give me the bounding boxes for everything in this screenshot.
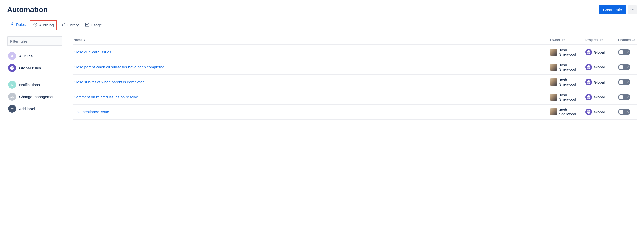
sidebar-item-label: Change management bbox=[19, 95, 55, 99]
sort-icon: ▲▼ bbox=[561, 38, 565, 41]
enabled-toggle[interactable]: ✕ bbox=[618, 79, 630, 85]
tab-label: Library bbox=[67, 23, 79, 27]
project-cell: Global bbox=[585, 109, 618, 115]
table-row: Comment on related issues on resolve Jos… bbox=[73, 90, 637, 105]
owner-name: JoshSherwood bbox=[559, 63, 576, 72]
svg-rect-4 bbox=[63, 24, 65, 26]
owner-cell: JoshSherwood bbox=[550, 78, 585, 87]
svg-point-3 bbox=[34, 23, 37, 26]
sidebar: All rulesGlobal rulesNNotificationsCMCha… bbox=[7, 36, 62, 120]
project-name: Global bbox=[594, 110, 605, 114]
table-row: Close duplicate issues JoshSherwood Glob… bbox=[73, 45, 637, 60]
rule-link[interactable]: Close duplicate issues bbox=[74, 50, 111, 54]
content: All rulesGlobal rulesNNotificationsCMCha… bbox=[7, 36, 637, 120]
enabled-toggle[interactable]: ✕ bbox=[618, 109, 630, 115]
tab-label: Audit log bbox=[39, 23, 54, 27]
project-name: Global bbox=[594, 80, 605, 84]
logo-icon bbox=[8, 52, 16, 60]
tab-bar: RulesAudit logLibraryUsage bbox=[7, 19, 637, 30]
rule-link[interactable]: Close sub-tasks when parent is completed bbox=[74, 80, 145, 84]
project-name: Global bbox=[594, 65, 605, 69]
sidebar-item-label: Global rules bbox=[19, 66, 41, 70]
tab-auditlog[interactable]: Audit log bbox=[30, 20, 57, 30]
svg-point-1 bbox=[632, 9, 633, 10]
table-row: Close sub-tasks when parent is completed… bbox=[73, 75, 637, 90]
sidebar-item-label: Add label bbox=[19, 107, 35, 111]
tab-label: Usage bbox=[91, 23, 102, 27]
enabled-cell: ✕ bbox=[618, 94, 637, 100]
page-header: Automation Create rule bbox=[7, 5, 637, 14]
svg-point-0 bbox=[631, 9, 631, 10]
tab-rules[interactable]: Rules bbox=[7, 20, 29, 30]
tab-label: Rules bbox=[16, 22, 26, 27]
project-name: Global bbox=[594, 50, 605, 54]
close-icon: ✕ bbox=[626, 110, 629, 114]
globe-icon bbox=[585, 64, 592, 70]
col-header-enabled[interactable]: Enabled ▲▼ bbox=[618, 38, 637, 42]
tab-usage[interactable]: Usage bbox=[82, 20, 105, 30]
page-title: Automation bbox=[7, 6, 48, 14]
project-cell: Global bbox=[585, 79, 618, 85]
owner-name: JoshSherwood bbox=[559, 78, 576, 87]
project-cell: Global bbox=[585, 64, 618, 70]
sidebar-item-label: All rules bbox=[19, 54, 33, 58]
globe-icon bbox=[8, 64, 16, 72]
close-icon: ✕ bbox=[626, 80, 629, 84]
sidebar-item-cm[interactable]: CMChange management bbox=[7, 91, 62, 103]
lightning-icon bbox=[10, 22, 15, 27]
col-header-owner[interactable]: Owner ▲▼ bbox=[550, 38, 585, 42]
sidebar-item-notif[interactable]: NNotifications bbox=[7, 78, 62, 91]
col-header-projects[interactable]: Projects ▲▼ bbox=[585, 38, 618, 42]
globe-icon bbox=[585, 79, 592, 85]
avatar bbox=[550, 64, 557, 71]
svg-point-2 bbox=[633, 9, 634, 10]
more-icon bbox=[630, 7, 635, 12]
owner-name: JoshSherwood bbox=[559, 48, 576, 57]
label-badge: CM bbox=[8, 93, 16, 101]
enabled-cell: ✕ bbox=[618, 79, 637, 85]
avatar bbox=[550, 108, 557, 115]
sidebar-item-label: Notifications bbox=[19, 83, 40, 87]
owner-name: JoshSherwood bbox=[559, 108, 576, 116]
copy-icon bbox=[61, 22, 66, 28]
enabled-toggle[interactable]: ✕ bbox=[618, 49, 630, 55]
col-header-enabled-label: Enabled bbox=[618, 38, 631, 42]
rule-link[interactable]: Link mentioned issue bbox=[74, 110, 109, 114]
table-row: Link mentioned issue JoshSherwood Global… bbox=[73, 105, 637, 120]
avatar bbox=[550, 49, 557, 56]
table-row: Close parent when all sub-tasks have bee… bbox=[73, 60, 637, 75]
globe-icon bbox=[585, 109, 592, 115]
col-header-name-label: Name bbox=[74, 38, 82, 42]
close-icon: ✕ bbox=[626, 65, 629, 69]
close-icon: ✕ bbox=[626, 50, 629, 54]
col-header-name[interactable]: Name ▲ bbox=[73, 38, 550, 42]
header-actions: Create rule bbox=[599, 5, 637, 14]
filter-rules-input[interactable] bbox=[7, 36, 62, 46]
project-cell: Global bbox=[585, 49, 618, 55]
globe-icon bbox=[585, 94, 592, 100]
col-header-owner-label: Owner bbox=[550, 38, 560, 42]
more-actions-button[interactable] bbox=[628, 5, 637, 14]
chart-icon bbox=[85, 22, 89, 28]
owner-cell: JoshSherwood bbox=[550, 108, 585, 116]
sidebar-item-global[interactable]: Global rules bbox=[7, 62, 62, 74]
col-header-projects-label: Projects bbox=[585, 38, 598, 42]
check-circle-icon bbox=[33, 22, 38, 28]
label-badge: N bbox=[8, 81, 16, 89]
project-name: Global bbox=[594, 95, 605, 99]
tab-library[interactable]: Library bbox=[58, 20, 82, 30]
enabled-toggle[interactable]: ✕ bbox=[618, 64, 630, 70]
sidebar-item-all[interactable]: All rules bbox=[7, 50, 62, 62]
create-rule-button[interactable]: Create rule bbox=[599, 5, 626, 14]
rule-link[interactable]: Close parent when all sub-tasks have bee… bbox=[74, 65, 164, 69]
avatar bbox=[550, 94, 557, 101]
enabled-toggle[interactable]: ✕ bbox=[618, 94, 630, 100]
sidebar-item-add[interactable]: Add label bbox=[7, 103, 62, 115]
rule-link[interactable]: Comment on related issues on resolve bbox=[74, 95, 138, 99]
enabled-cell: ✕ bbox=[618, 64, 637, 70]
globe-icon bbox=[585, 49, 592, 55]
close-icon: ✕ bbox=[626, 95, 629, 99]
owner-cell: JoshSherwood bbox=[550, 63, 585, 72]
owner-cell: JoshSherwood bbox=[550, 93, 585, 102]
sort-asc-icon: ▲ bbox=[83, 38, 86, 41]
